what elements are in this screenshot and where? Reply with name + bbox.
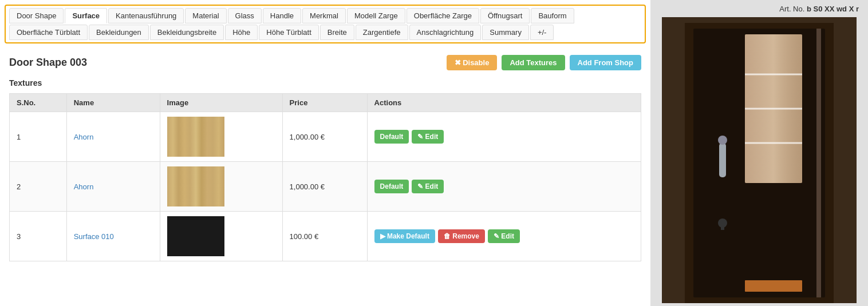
- default-button[interactable]: Default: [374, 130, 409, 144]
- nav-tab-hohe[interactable]: Höhe: [225, 25, 258, 40]
- texture-image-swatch: [167, 117, 224, 157]
- svg-rect-8: [719, 143, 726, 177]
- door-preview: [662, 17, 857, 306]
- nav-tab-surface[interactable]: Surface: [65, 8, 107, 23]
- nav-tab-bekleidungen[interactable]: Bekleidungen: [89, 25, 149, 40]
- textures-label: Textures: [9, 78, 641, 88]
- nav-tab-hohe-turblatt[interactable]: Höhe Türblatt: [259, 25, 319, 40]
- art-no: Art. No. b S0 XX wd X r: [779, 5, 859, 13]
- texture-image-swatch: [167, 166, 224, 206]
- nav-tab-material[interactable]: Material: [185, 8, 226, 23]
- cell-actions: Default✎ Edit: [367, 162, 641, 212]
- right-panel: Art. No. b S0 XX wd X r: [650, 0, 868, 306]
- cell-price: 1,000.00 €: [282, 162, 367, 212]
- nav-tab-bauform[interactable]: Bauform: [531, 8, 574, 23]
- texture-image-swatch: [167, 216, 224, 256]
- action-buttons: Default✎ Edit: [374, 130, 634, 144]
- add-from-shop-button[interactable]: Add From Shop: [570, 55, 642, 70]
- table-header-row: S.No. Name Image Price Actions: [10, 94, 641, 112]
- nav-tab-breite[interactable]: Breite: [320, 25, 354, 40]
- nav-tab-oberflache-turblatt[interactable]: Oberfläche Türblatt: [9, 25, 88, 40]
- content-area: Door Shape 003 ✖ Disable Add Textures Ad…: [0, 48, 650, 268]
- cell-name: Surface 010: [66, 212, 160, 261]
- page-title: Door Shape 003: [9, 57, 87, 69]
- nav-tab-oberflache-zarge[interactable]: Oberfläche Zarge: [407, 8, 479, 23]
- nav-tabs-list: Door ShapeSurfaceKantenausführungMateria…: [9, 8, 641, 40]
- col-header-actions: Actions: [367, 94, 641, 112]
- table-row: 3Surface 010100.00 €▶ Make Default🗑 Remo…: [10, 212, 641, 261]
- svg-rect-11: [721, 223, 724, 230]
- table-row: 1Ahorn1,000.00 €Default✎ Edit: [10, 112, 641, 162]
- nav-tab-door-shape[interactable]: Door Shape: [9, 8, 64, 23]
- edit-button[interactable]: ✎ Edit: [412, 130, 444, 144]
- textures-table: S.No. Name Image Price Actions 1Ahorn1,0…: [9, 93, 641, 261]
- remove-button[interactable]: 🗑 Remove: [438, 229, 485, 243]
- cell-sno: 3: [10, 212, 67, 261]
- col-header-sno: S.No.: [10, 94, 67, 112]
- nav-tab-anschlagrichtung[interactable]: Anschlagrichtung: [409, 25, 482, 40]
- nav-tabs-container: Door ShapeSurfaceKantenausführungMateria…: [5, 5, 646, 43]
- nav-tab-offnugsart[interactable]: Öffnugsart: [480, 8, 530, 23]
- edit-button[interactable]: ✎ Edit: [412, 180, 444, 193]
- cell-price: 1,000.00 €: [282, 112, 367, 162]
- nav-tab-summary[interactable]: Summary: [482, 25, 529, 40]
- cell-name: Ahorn: [66, 112, 160, 162]
- edit-button[interactable]: ✎ Edit: [488, 229, 520, 243]
- default-button[interactable]: Default: [374, 180, 409, 193]
- header-buttons: ✖ Disable Add Textures Add From Shop: [447, 55, 641, 70]
- page-header: Door Shape 003 ✖ Disable Add Textures Ad…: [9, 55, 641, 70]
- nav-tab-modell-zarge[interactable]: Modell Zarge: [347, 8, 405, 23]
- cell-actions: ▶ Make Default🗑 Remove✎ Edit: [367, 212, 641, 261]
- cell-sno: 1: [10, 112, 67, 162]
- nav-tab-zargentiefe[interactable]: Zargentiefe: [356, 25, 408, 40]
- texture-name-link[interactable]: Surface 010: [74, 232, 114, 241]
- art-no-value: b S0 XX wd X r: [807, 5, 859, 13]
- action-buttons: ▶ Make Default🗑 Remove✎ Edit: [374, 229, 634, 243]
- col-header-name: Name: [66, 94, 160, 112]
- cell-image: [160, 112, 282, 162]
- nav-tab-merkmal[interactable]: Merkmal: [302, 8, 346, 23]
- textures-tbody: 1Ahorn1,000.00 €Default✎ Edit2Ahorn1,000…: [10, 112, 641, 261]
- nav-tab-glass[interactable]: Glass: [228, 8, 262, 23]
- col-header-price: Price: [282, 94, 367, 112]
- add-textures-button[interactable]: Add Textures: [502, 55, 565, 70]
- texture-name-link[interactable]: Ahorn: [74, 182, 94, 191]
- art-no-prefix: Art. No.: [779, 5, 804, 13]
- make-default-button[interactable]: ▶ Make Default: [374, 229, 435, 243]
- svg-point-9: [718, 136, 727, 145]
- disable-button[interactable]: ✖ Disable: [447, 55, 498, 70]
- svg-rect-13: [745, 280, 802, 292]
- cell-name: Ahorn: [66, 162, 160, 212]
- nav-tab-handle[interactable]: Handle: [263, 8, 301, 23]
- cell-price: 100.00 €: [282, 212, 367, 261]
- action-buttons: Default✎ Edit: [374, 180, 634, 193]
- cell-sno: 2: [10, 162, 67, 212]
- nav-tab-kantenausfuhrung[interactable]: Kantenausführung: [108, 8, 184, 23]
- col-header-image: Image: [160, 94, 282, 112]
- cell-image: [160, 212, 282, 261]
- nav-tab-plus-minus[interactable]: +/-: [530, 25, 554, 40]
- cell-image: [160, 162, 282, 212]
- cell-actions: Default✎ Edit: [367, 112, 641, 162]
- nav-tab-bekleidungsbreite[interactable]: Bekleidungsbreite: [150, 25, 224, 40]
- svg-rect-12: [816, 29, 821, 297]
- texture-name-link[interactable]: Ahorn: [74, 133, 94, 141]
- table-row: 2Ahorn1,000.00 €Default✎ Edit: [10, 162, 641, 212]
